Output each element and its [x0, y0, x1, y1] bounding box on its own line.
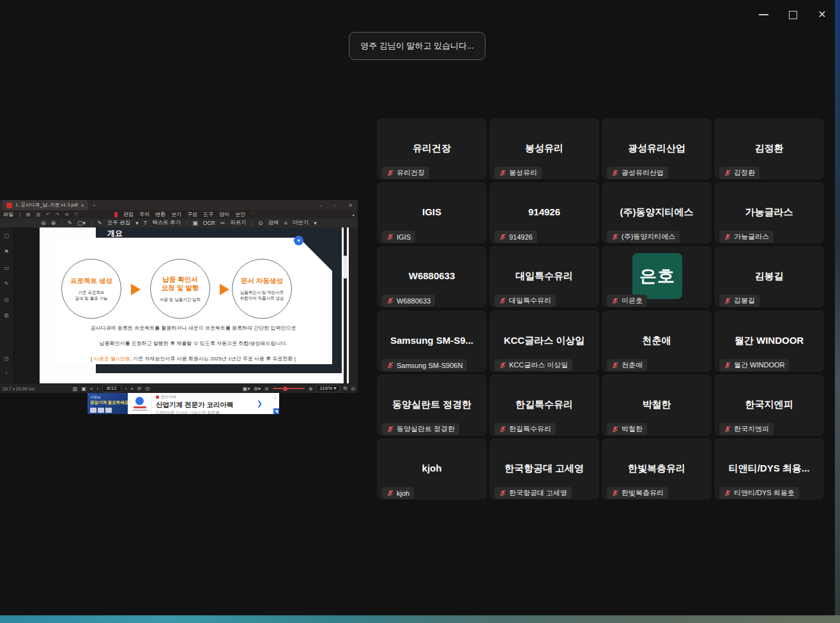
thumbnails-icon[interactable]: ▢	[3, 233, 10, 239]
comment-icon[interactable]: ▭	[3, 265, 10, 271]
pdf-minimize-icon[interactable]: –	[319, 203, 322, 208]
history-clock-icon[interactable]: ◷	[3, 355, 10, 362]
participant-tile[interactable]: 광성유리산업 광성유리산업	[602, 118, 712, 180]
pdf-scrollbar-thumb[interactable]	[344, 256, 347, 279]
share-icon[interactable]: ▽	[75, 212, 78, 217]
participant-tile[interactable]: kjoh kjoh	[377, 438, 487, 500]
maximize-button[interactable]	[778, 0, 807, 29]
participant-tile[interactable]: 천춘애 천춘애	[602, 311, 712, 372]
edit-all-button[interactable]: 모두 편집	[107, 219, 130, 227]
collapse-toolbar-icon[interactable]: ▴	[352, 212, 355, 217]
ad-cta-chevron[interactable]: ❯	[257, 399, 263, 408]
crop-icon[interactable]: ✂	[220, 220, 225, 226]
participant-tile[interactable]: 한국항공대 고세영 한국항공대 고세영	[489, 438, 599, 500]
prev-page-icon[interactable]: ‹	[96, 386, 98, 392]
settings-gear-icon[interactable]: ⚙	[3, 312, 10, 319]
rail-search-icon[interactable]: ⊙	[3, 296, 10, 303]
menu-comment[interactable]: 주석	[139, 211, 149, 218]
next-page-icon[interactable]: ›	[125, 386, 127, 392]
mail-icon[interactable]: ✉	[65, 212, 69, 217]
participant-tile[interactable]: 티앤티/DYS 최용... 티앤티/DYS 최용호	[714, 438, 824, 500]
participant-tile[interactable]: 한길특수유리 한길특수유리	[489, 374, 599, 436]
close-button[interactable]: ✕	[807, 0, 837, 29]
participant-tile[interactable]: IGIS IGIS	[377, 182, 487, 243]
participant-tile[interactable]: 유리건장 유리건장	[377, 118, 487, 180]
floating-sync-button[interactable]: ▾	[294, 236, 303, 245]
participant-tile[interactable]: 김정환 김정환	[714, 118, 824, 180]
print-icon[interactable]: ▥	[36, 212, 40, 217]
participant-tile[interactable]: 봉성유리 봉성유리	[489, 118, 599, 180]
zoom-in-icon[interactable]: ⊕	[51, 220, 56, 226]
edit-all-icon[interactable]: ✎	[97, 220, 102, 226]
participant-tile[interactable]: 가능글라스 가능글라스	[714, 182, 824, 243]
undo-icon[interactable]: ↶	[46, 212, 50, 217]
participant-tile[interactable]: 한빛복층유리 한빛복층유리	[602, 438, 712, 500]
search-icon[interactable]: ⊙	[258, 220, 263, 226]
menu-file[interactable]: 파일	[3, 211, 13, 218]
fit-page-icon[interactable]: ⊡	[145, 386, 149, 392]
presentation-icon[interactable]: ⊙	[351, 386, 355, 392]
promo-heart-icon[interactable]: ♡	[251, 212, 256, 217]
participant-tile[interactable]: 박철한 박철한	[602, 374, 712, 436]
collapse-rail-icon[interactable]: ‹	[3, 369, 10, 376]
hand-tool-icon[interactable]: ▣	[81, 386, 86, 392]
minimize-button[interactable]	[749, 0, 778, 29]
menu-tools[interactable]: 도구	[203, 211, 213, 218]
step-circle-2: 납품 확인서 요청 및 발행 수량 및 납품기간 입력	[150, 259, 210, 319]
menu-security[interactable]: 보안	[235, 211, 245, 218]
menu-edit[interactable]: 편집	[123, 211, 134, 218]
pdf-close-icon[interactable]: ✕	[348, 203, 353, 208]
menu-view[interactable]: 보기	[171, 211, 181, 218]
bookmark-icon[interactable]: ⚑	[3, 249, 10, 255]
new-tab-button[interactable]: +	[93, 203, 96, 208]
save-icon[interactable]: ▤	[26, 212, 31, 217]
shape-tool-icon[interactable]: ▢▾	[77, 220, 86, 226]
two-page-view-icon[interactable]: ⊞▾	[254, 386, 261, 392]
zoom-slider-handle[interactable]	[283, 387, 287, 391]
participant-tile[interactable]: 월간 WINDOOR 월간 WINDOOR	[714, 311, 824, 372]
participant-tile[interactable]: 은호 이은호	[602, 246, 712, 307]
first-page-icon[interactable]: «	[90, 386, 93, 392]
zoom-out-icon[interactable]: ⊖	[41, 220, 46, 226]
zoom-slider[interactable]	[273, 388, 305, 389]
participant-tile[interactable]: 동양실란트 정경한 동양실란트 정경한	[377, 374, 487, 436]
participant-tile[interactable]: 대일특수유리 대일특수유리	[489, 246, 599, 307]
menu-forms[interactable]: 양식	[219, 211, 229, 218]
ad-corner-badge[interactable]: ◥	[273, 408, 279, 414]
menu-convert[interactable]: 변환	[155, 211, 165, 218]
add-text-icon[interactable]: T	[144, 220, 148, 226]
zoom-out-small-icon[interactable]: ⊖	[264, 386, 269, 392]
tab-close-icon[interactable]: ×	[81, 203, 84, 208]
pdf-document-tab[interactable]: 1. 공사다큐_납..자료 v1.3.pdf ×	[2, 200, 88, 210]
zoom-level-box[interactable]: 116% ▾	[316, 385, 339, 392]
redo-icon[interactable]: ↷	[56, 212, 59, 217]
ocr-icon[interactable]: ▣	[192, 220, 198, 226]
participant-tile[interactable]: 김봉길 김봉길	[714, 246, 824, 307]
print-quick-icon[interactable]: ▥	[73, 386, 78, 392]
menu-organize[interactable]: 구성	[187, 211, 197, 218]
participant-tile[interactable]: 한국지엔피 한국지엔피	[714, 374, 824, 436]
crop-button[interactable]: 자르기	[230, 219, 247, 227]
add-text-button[interactable]: 텍스트 추가	[152, 219, 181, 227]
page-number-box[interactable]: 8/12	[102, 385, 121, 392]
more-button[interactable]: 더보기	[293, 219, 309, 227]
participant-tile[interactable]: 914926 914926	[489, 182, 599, 243]
pdf-restore-icon[interactable]: ▫	[334, 203, 336, 208]
participant-tile[interactable]: W6880633 W6880633	[377, 246, 487, 307]
more-icon[interactable]: ≡	[284, 220, 287, 226]
attachment-icon[interactable]: ✎	[3, 281, 10, 287]
participant-tile[interactable]: KCC글라스 이상일 KCC글라스 이상일	[489, 311, 599, 372]
external-view-icon[interactable]: ⧉	[344, 385, 347, 392]
last-page-icon[interactable]: »	[130, 386, 133, 392]
pen-icon[interactable]: ✎	[67, 220, 72, 226]
participant-tile[interactable]: Samsung SM-S9... Samsung SM-S906N	[377, 311, 487, 372]
zoom-in-small-icon[interactable]: ⊕	[309, 386, 313, 392]
participant-tile[interactable]: (주)동양지티에스 (주)동양지티에스	[602, 182, 712, 243]
ad-info-icon[interactable]: ⓘ	[273, 394, 277, 401]
pdf-scrollbar[interactable]	[344, 227, 347, 384]
ad-banner[interactable]: 사장님 공장기계 필요하세요? 코리아팩 산업기계 전문가 코리아팩 1,000…	[88, 393, 279, 414]
single-page-view-icon[interactable]: ▣▾	[243, 386, 250, 392]
search-button[interactable]: 검색	[268, 219, 279, 227]
rotate-page-icon[interactable]: ⟳	[137, 386, 142, 392]
ocr-button[interactable]: OCR	[203, 220, 215, 226]
